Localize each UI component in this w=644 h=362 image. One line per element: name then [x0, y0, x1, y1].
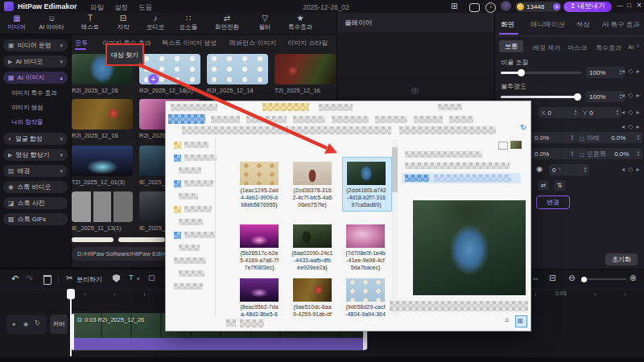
stepper-icon[interactable]	[638, 150, 639, 158]
sidebar-item-background[interactable]: 배경	[3, 165, 68, 177]
close-button[interactable]	[637, 2, 642, 10]
sidebar-item-image-effects[interactable]: 이미지 특수 효과	[11, 89, 57, 97]
rotation-box[interactable]: 0 °	[549, 164, 589, 175]
timeline-zoom-slider[interactable]	[581, 278, 626, 280]
sidebar-item-ai-video[interactable]: AI 비디오	[3, 56, 68, 68]
keyframe-control[interactable]	[621, 124, 641, 130]
opacity-slider[interactable]	[501, 96, 581, 98]
subtab-ai[interactable]: AI	[628, 43, 634, 51]
toolbar-item-text[interactable]: 텍스트	[76, 14, 105, 31]
menu-file[interactable]: 파일	[90, 3, 104, 13]
media-tab-text-to-image[interactable]: 텍스트 이미지 생성	[162, 39, 217, 47]
sidebar-item-enhancer[interactable]: 영상 향상기	[3, 149, 68, 161]
media-tab-image-style[interactable]: 이미지 스타일	[287, 39, 328, 47]
layout-icon[interactable]	[451, 2, 457, 10]
coin-badge[interactable]: 13448	[515, 2, 562, 12]
fit-timeline-button[interactable]	[531, 274, 539, 282]
menu-help[interactable]: 도움	[138, 3, 152, 13]
menu-settings[interactable]: 설정	[114, 3, 128, 13]
toolbar-item-media[interactable]: 미디어	[3, 14, 31, 31]
scale-slider[interactable]	[501, 72, 581, 74]
zoom-in-button[interactable]	[630, 274, 636, 282]
media-item-thumbnail[interactable]	[72, 99, 133, 130]
sidebar-item-stock-video[interactable]: 스톡 비디오	[3, 181, 68, 193]
timeline-zoom-handle[interactable]	[581, 277, 587, 282]
crop-right-box[interactable]: 오른쪽 0.0%	[576, 148, 642, 159]
keyframe-control[interactable]	[621, 68, 641, 75]
media-item-thumbnail[interactable]	[72, 146, 133, 176]
media-item-thumbnail[interactable]	[275, 54, 336, 84]
add-coins-icon[interactable]	[553, 3, 560, 10]
toolbar-item-subtitle[interactable]: 자막	[109, 14, 137, 31]
playhead-handle[interactable]	[67, 289, 75, 299]
clip-trim-handle-left[interactable]	[71, 314, 74, 350]
toolbar-item-filter[interactable]: 필터	[251, 14, 279, 31]
toolbar-item-transition[interactable]: 화면전환	[209, 14, 245, 31]
toolbar-item-effects[interactable]: 특수효과	[283, 14, 317, 31]
file-thumbnail[interactable]	[293, 162, 332, 185]
file-thumbnail[interactable]	[240, 162, 279, 185]
minimize-button[interactable]	[617, 2, 623, 9]
crop-left-box[interactable]: 0.0%	[531, 148, 576, 159]
sidebar-item-ai-image[interactable]: AI 이미지	[3, 72, 68, 84]
file-thumbnail[interactable]	[346, 278, 385, 302]
feedback-icon[interactable]	[469, 3, 480, 12]
player-add-icon[interactable]	[411, 85, 419, 96]
keyframe-control[interactable]	[621, 167, 641, 173]
file-thumbnail[interactable]	[240, 278, 279, 302]
user-avatar[interactable]	[501, 1, 511, 11]
subtab-effects[interactable]: 특수효과	[596, 43, 621, 52]
file-thumbnail[interactable]	[293, 224, 332, 248]
media-tab-all[interactable]: 모두	[75, 39, 88, 47]
sidebar-item-stock-photo[interactable]: 스톡 사진	[3, 197, 68, 209]
dialog-scrollbar[interactable]	[392, 139, 398, 316]
crop-tool-button[interactable]	[148, 274, 155, 282]
reset-button[interactable]: 초기화	[605, 253, 638, 265]
scale-value-box[interactable]: 100%	[586, 67, 625, 78]
selected-file-row[interactable]	[402, 173, 521, 183]
list-view-icon[interactable]	[505, 317, 509, 324]
keyframe-control[interactable]	[621, 109, 641, 116]
stepper-icon[interactable]	[638, 134, 639, 142]
undo-button[interactable]	[11, 274, 19, 283]
delete-button[interactable]	[43, 275, 52, 285]
toolbar-item-audio[interactable]: 오디오	[142, 14, 169, 31]
opacity-value-box[interactable]: 100%	[586, 91, 625, 102]
file-thumbnail[interactable]	[240, 224, 279, 248]
mute-icon[interactable]	[35, 320, 40, 327]
crop-bottom-box[interactable]: 아래 0.0%	[576, 132, 642, 143]
crop-top-box[interactable]: 0.0%	[531, 132, 576, 143]
text-tool-caret-icon[interactable]	[137, 276, 140, 282]
subtab-remove-bg[interactable]: 배경 제거	[533, 43, 560, 52]
toolbar-item-ai-avatar[interactable]: AI 아바타	[35, 14, 68, 31]
subtab-mask[interactable]: 마스크	[568, 43, 587, 52]
tab-animation[interactable]: 애니메이션	[530, 20, 565, 30]
tab-screen[interactable]: 화면	[501, 20, 514, 30]
media-item-thumbnail[interactable]	[207, 54, 268, 84]
tab-ai-effects[interactable]: AI 특수 효과	[602, 20, 640, 30]
change-button[interactable]: 변경	[536, 195, 570, 209]
fit-clip-button[interactable]	[549, 274, 555, 282]
scrollbar-segment[interactable]	[72, 237, 114, 242]
shield-icon[interactable]	[113, 274, 120, 282]
sidebar-item-stock-gifs[interactable]: 스톡 GIFs	[3, 213, 68, 225]
tab-color[interactable]: 색상	[576, 20, 590, 30]
zoom-out-button[interactable]	[568, 274, 575, 282]
stepper-icon[interactable]	[572, 150, 573, 158]
sidebar-item-my-creations[interactable]: 나의 창작물	[11, 118, 43, 126]
stepper-icon[interactable]	[572, 134, 573, 142]
split-icon[interactable]	[66, 274, 72, 282]
add-to-timeline-button[interactable]	[148, 74, 159, 84]
file-thumbnail[interactable]	[293, 278, 332, 302]
flip-vertical-button[interactable]	[554, 180, 565, 191]
flip-horizontal-button[interactable]	[538, 180, 549, 191]
y-position-box[interactable]: Y 0	[580, 107, 621, 118]
refresh-icon[interactable]	[520, 124, 526, 132]
stepper-icon[interactable]	[575, 109, 576, 117]
redo-button[interactable]	[26, 274, 33, 283]
file-thumbnail[interactable]	[346, 224, 385, 248]
text-tool-button[interactable]	[129, 274, 134, 282]
opacity-slider-handle[interactable]	[574, 93, 581, 101]
scale-slider-handle[interactable]	[518, 69, 525, 76]
subtab-normal[interactable]: 보통	[499, 40, 523, 52]
